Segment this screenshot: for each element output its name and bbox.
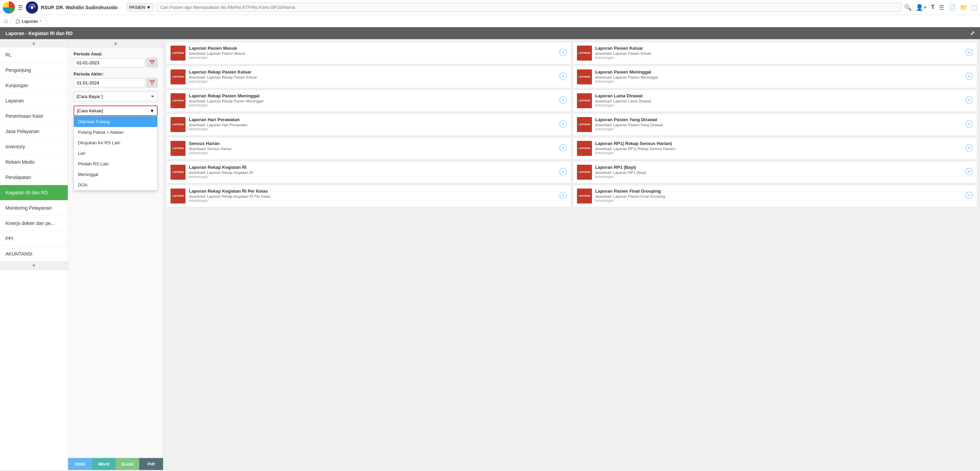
cara-keluar-item-pindah[interactable]: Pindah RS Lain bbox=[74, 159, 157, 169]
report-download-button[interactable] bbox=[559, 168, 567, 177]
report-card[interactable]: LAPORAN Sensus Harian download: Sensus H… bbox=[166, 137, 571, 160]
report-card[interactable]: LAPORAN Laporan Rekap Kegiatan RI Per Ke… bbox=[166, 185, 571, 207]
report-download-button[interactable] bbox=[559, 192, 567, 201]
sidebar-scroll-up[interactable]: ▲ bbox=[0, 39, 68, 47]
sidebar-item-monitoring-pelayanan[interactable]: Monitoring Pelayanan bbox=[0, 200, 68, 216]
list-icon[interactable]: ☰ bbox=[939, 4, 944, 11]
folder-icon[interactable]: 📁 bbox=[960, 4, 967, 11]
logout-icon[interactable]: ⬚ bbox=[972, 4, 977, 11]
report-info: Laporan Pasien Final Grouping download: … bbox=[595, 189, 962, 202]
sidebar-item-kinerja-dokter[interactable]: Kinerja dokter dan pe... bbox=[0, 216, 68, 231]
periode-akhir-calendar-btn[interactable]: 📅 bbox=[146, 78, 158, 88]
report-download-button[interactable] bbox=[966, 192, 973, 201]
sidebar-scroll-down[interactable]: ▼ bbox=[0, 262, 68, 270]
report-download-button[interactable] bbox=[966, 73, 973, 82]
sidebar-item-rl[interactable]: RL bbox=[0, 47, 68, 63]
report-info: Laporan RP1 (Bayi) download: Laporan RP1… bbox=[595, 165, 962, 179]
periode-awal-label: Periode Awal: bbox=[73, 51, 158, 56]
html-button[interactable]: Html bbox=[68, 458, 92, 470]
cara-keluar-item-lari[interactable]: Lari bbox=[74, 148, 157, 159]
sidebar-item-pengunjung[interactable]: Pengunjung bbox=[0, 63, 68, 78]
report-desc: download: Laporan Rekap Kegiatan RI Per … bbox=[189, 194, 556, 198]
report-download-button[interactable] bbox=[966, 144, 973, 153]
report-card[interactable]: LAPORAN Laporan Pasien Final Grouping do… bbox=[573, 185, 978, 207]
report-card[interactable]: LAPORAN Laporan Pasien Meninggal downloa… bbox=[573, 66, 978, 88]
cara-keluar-item-dirujukan[interactable]: Dirujukan Ke RS Lain bbox=[74, 137, 157, 148]
search-icon[interactable]: 🔍 bbox=[904, 4, 912, 11]
periode-akhir-input[interactable] bbox=[73, 78, 145, 88]
report-card[interactable]: LAPORAN Laporan Rekap Kegiatan RI downlo… bbox=[166, 161, 571, 183]
excel-button[interactable]: Excel bbox=[116, 458, 140, 470]
filter-scroll-up[interactable]: ▲ bbox=[68, 39, 163, 47]
sidebar-item-kegiatan-ri-rd[interactable]: Kegiatan RI dan RD bbox=[0, 185, 68, 200]
sidebar-item-kunjungan[interactable]: Kunjungan bbox=[0, 78, 68, 93]
periode-akhir-label: Periode Akhir: bbox=[73, 72, 158, 76]
periode-awal-calendar-btn[interactable]: 📅 bbox=[146, 58, 158, 67]
document-icon[interactable]: 📄 bbox=[948, 4, 956, 11]
report-icon: LAPORAN bbox=[170, 141, 186, 156]
report-title: Laporan Pasien Meninggal bbox=[595, 69, 962, 75]
report-download-button[interactable] bbox=[966, 96, 973, 105]
report-keterangan: keterangan: bbox=[595, 56, 962, 60]
report-title: Laporan Rekap Pasien Meninggal bbox=[189, 93, 556, 99]
report-keterangan: keterangan: bbox=[595, 175, 962, 179]
cara-keluar-item-diijinkan[interactable]: Diijinkan Pulang bbox=[74, 116, 157, 127]
cara-keluar-item-pulang-paksa[interactable]: Pulang Paksa + Alasan bbox=[74, 127, 157, 137]
section-expand-icon[interactable]: ⤢ bbox=[970, 30, 975, 37]
report-download-button[interactable] bbox=[559, 73, 567, 82]
report-download-button[interactable] bbox=[559, 49, 567, 58]
cara-keluar-trigger[interactable]: [Cara Keluar] ▼ bbox=[73, 105, 158, 116]
periode-awal-input[interactable] bbox=[73, 58, 145, 67]
report-icon: LAPORAN bbox=[577, 117, 592, 132]
cara-keluar-dropdown-container: [Cara Keluar] ▼ Diijinkan Pulang Pulang … bbox=[73, 105, 158, 116]
report-download-button[interactable] bbox=[559, 96, 567, 105]
word-button[interactable]: Word bbox=[92, 458, 116, 470]
report-icon: LAPORAN bbox=[577, 189, 592, 204]
menu-icon[interactable]: ☰ bbox=[18, 4, 23, 11]
report-info: Laporan RP1( Rekap Sensus Harian) downlo… bbox=[595, 141, 962, 155]
report-card[interactable]: LAPORAN Laporan Lama Dirawat download: L… bbox=[573, 89, 978, 112]
sidebar-item-inventory[interactable]: Inventory bbox=[0, 139, 68, 154]
report-card[interactable]: LAPORAN Laporan Pasien Masuk download: L… bbox=[166, 42, 571, 64]
patient-search-input[interactable] bbox=[157, 3, 901, 12]
report-title: Laporan RP1( Rekap Sensus Harian) bbox=[595, 141, 962, 146]
report-desc: download: Laporan Pasien Masuk bbox=[189, 51, 556, 56]
hospital-name: RSUP. DR. Wahidin Sudirohusodo bbox=[41, 5, 122, 10]
sidebar-item-ppi[interactable]: PPI bbox=[0, 231, 68, 247]
tab-close-icon[interactable]: × bbox=[40, 19, 42, 24]
report-card[interactable]: LAPORAN Laporan Pasien Yang Dirawat down… bbox=[573, 113, 978, 136]
report-card[interactable]: LAPORAN Laporan Pasien Keluar download: … bbox=[573, 42, 978, 64]
report-desc: download: Laporan Rekap Pasien Keluar bbox=[189, 75, 556, 79]
text-icon[interactable]: T bbox=[931, 4, 935, 11]
sidebar-item-akuntansi[interactable]: AKUNTANSI bbox=[0, 247, 68, 262]
sidebar-item-penerimaan-kasir[interactable]: Penerimaan Kasir bbox=[0, 108, 68, 124]
report-desc: download: Laporan Hari Perawatan bbox=[189, 123, 556, 127]
report-download-button[interactable] bbox=[966, 120, 973, 129]
report-download-button[interactable] bbox=[559, 144, 567, 153]
add-user-icon[interactable]: 👤+ bbox=[916, 4, 927, 11]
sidebar-item-layanan[interactable]: Layanan bbox=[0, 93, 68, 108]
report-title: Laporan Rekap Kegiatan RI Per Kelas bbox=[189, 189, 556, 194]
patient-dropdown-icon: ▼ bbox=[146, 5, 151, 10]
patient-select[interactable]: PASIEN ▼ bbox=[126, 3, 154, 11]
sidebar-item-jasa-pelayanan[interactable]: Jasa Pelayanan bbox=[0, 124, 68, 139]
report-card[interactable]: LAPORAN Laporan RP1( Rekap Sensus Harian… bbox=[573, 137, 978, 160]
report-card[interactable]: LAPORAN Laporan Hari Perawatan download:… bbox=[166, 113, 571, 136]
report-download-button[interactable] bbox=[966, 49, 973, 58]
sidebar-item-pendapatan[interactable]: Pendapatan bbox=[0, 170, 68, 185]
cara-keluar-item-meninggal[interactable]: Meninggal bbox=[74, 169, 157, 180]
report-card[interactable]: LAPORAN Laporan Rekap Pasien Meninggal d… bbox=[166, 89, 571, 112]
laporan-tab[interactable]: 📋 Laporan × bbox=[11, 17, 46, 25]
home-icon[interactable]: ⌂ bbox=[3, 16, 9, 26]
report-card[interactable]: LAPORAN Laporan Rekap Pasien Keluar down… bbox=[166, 66, 571, 88]
report-card[interactable]: LAPORAN Laporan RP1 (Bayi) download: Lap… bbox=[573, 161, 978, 183]
pdf-button[interactable]: Pdf bbox=[139, 458, 163, 470]
report-desc: download: Sensus Harian bbox=[189, 147, 556, 151]
cara-keluar-item-doa[interactable]: DOA bbox=[74, 180, 157, 190]
report-download-button[interactable] bbox=[559, 120, 567, 129]
cara-bayar-select[interactable]: [Cara Bayar ] bbox=[73, 92, 158, 102]
report-icon: LAPORAN bbox=[577, 69, 592, 84]
sidebar: ▲ RL Pengunjung Kunjungan Layanan Peneri… bbox=[0, 39, 68, 470]
report-download-button[interactable] bbox=[966, 168, 973, 177]
sidebar-item-rekam-medis[interactable]: Rekam Medis bbox=[0, 154, 68, 170]
